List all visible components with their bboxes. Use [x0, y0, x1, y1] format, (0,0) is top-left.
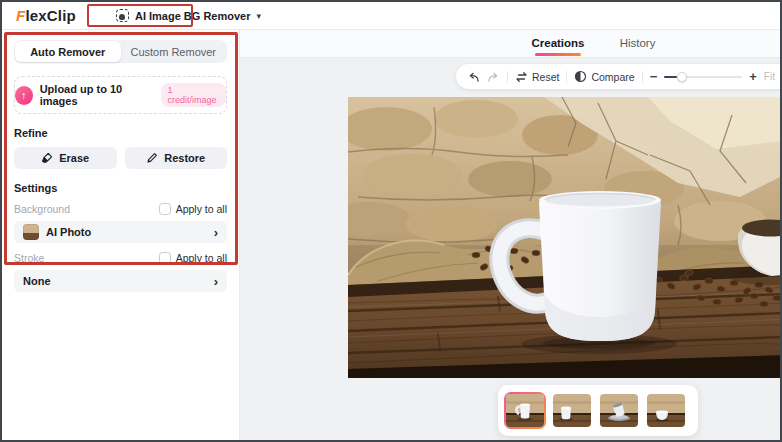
eraser-icon	[41, 152, 53, 164]
upload-label: Upload up to 10 images	[40, 83, 155, 107]
chevron-right-icon: ›	[214, 226, 218, 239]
zoom-slider[interactable]	[664, 71, 742, 83]
refine-title: Refine	[14, 127, 227, 139]
history-label: History	[620, 37, 656, 49]
tab-custom-remover[interactable]: Custom Remover	[121, 41, 227, 62]
restore-label: Restore	[164, 152, 205, 164]
sidebar: Auto Remover Custom Remover ↑ Upload up …	[2, 30, 240, 441]
pen-icon	[146, 152, 158, 164]
upload-icon: ↑	[15, 86, 33, 105]
background-selector[interactable]: AI Photo ›	[14, 221, 227, 243]
bg-remover-icon	[116, 9, 129, 22]
top-header: FlexClip AI Image BG Remover ▾	[2, 2, 780, 30]
reset-icon	[515, 71, 528, 83]
background-apply-checkbox[interactable]	[159, 203, 171, 215]
chevron-right-icon: ›	[214, 275, 218, 288]
flexclip-logo[interactable]: FlexClip	[16, 7, 76, 24]
zoom-out-button[interactable]: −	[650, 70, 658, 83]
creations-label: Creations	[531, 37, 584, 49]
creation-thumbnail-selected[interactable]	[504, 392, 546, 429]
settings-title: Settings	[14, 182, 227, 194]
erase-button[interactable]: Erase	[14, 147, 117, 169]
remover-mode-tabs: Auto Remover Custom Remover	[14, 40, 227, 63]
undo-button[interactable]	[467, 71, 480, 83]
stroke-value: None	[23, 275, 51, 287]
creation-thumbnail[interactable]	[551, 392, 593, 429]
reset-button[interactable]: Reset	[515, 71, 559, 83]
active-tab-underline	[535, 53, 581, 56]
chevron-down-icon: ▾	[257, 11, 262, 21]
tab-auto-remover[interactable]: Auto Remover	[15, 41, 121, 62]
toolbar-divider	[507, 71, 508, 83]
tool-switcher-dropdown[interactable]: AI Image BG Remover ▾	[108, 6, 269, 25]
tab-history[interactable]: History	[615, 37, 661, 56]
compare-button[interactable]: Compare	[574, 70, 634, 83]
logo-rest: lexClip	[25, 7, 76, 24]
canvas-image[interactable]	[348, 97, 780, 378]
creation-thumbnail[interactable]	[645, 392, 687, 429]
toolbar-divider	[642, 71, 643, 83]
redo-button[interactable]	[487, 71, 500, 83]
erase-label: Erase	[59, 152, 89, 164]
zoom-in-button[interactable]: +	[749, 70, 757, 83]
fit-button[interactable]: Fit	[764, 71, 775, 82]
compare-icon	[574, 70, 587, 83]
tool-switcher-label: AI Image BG Remover	[135, 10, 251, 22]
workspace-tabbar: Creations History	[240, 30, 780, 58]
stroke-apply-checkbox[interactable]	[159, 252, 171, 264]
background-preview-thumb	[23, 224, 39, 240]
tab-creations[interactable]: Creations	[531, 37, 584, 56]
creation-thumbnail[interactable]	[598, 392, 640, 429]
stroke-apply-all[interactable]: Apply to all	[159, 252, 227, 264]
background-apply-all[interactable]: Apply to all	[159, 203, 227, 215]
restore-button[interactable]: Restore	[125, 147, 228, 169]
background-apply-label: Apply to all	[176, 203, 227, 215]
compare-label: Compare	[591, 71, 634, 83]
canvas-toolbar: Reset Compare − + Fit	[456, 64, 780, 89]
background-value: AI Photo	[46, 226, 91, 238]
credit-badge: 1 credit/image	[161, 83, 226, 107]
stroke-label: Stroke	[14, 252, 44, 264]
upload-dropzone[interactable]: ↑ Upload up to 10 images 1 credit/image	[14, 76, 227, 114]
zoom-slider-handle[interactable]	[677, 72, 687, 82]
logo-f: F	[16, 7, 25, 24]
stroke-selector[interactable]: None ›	[14, 270, 227, 292]
redo-icon	[487, 71, 500, 83]
app-window: FlexClip AI Image BG Remover ▾ Auto Remo…	[0, 0, 782, 442]
toolbar-divider	[566, 71, 567, 83]
background-label: Background	[14, 203, 70, 215]
undo-icon	[467, 71, 480, 83]
creations-strip	[498, 385, 698, 436]
reset-label: Reset	[532, 71, 559, 83]
stroke-apply-label: Apply to all	[176, 252, 227, 264]
workspace-canvas: Creations History	[240, 30, 780, 441]
